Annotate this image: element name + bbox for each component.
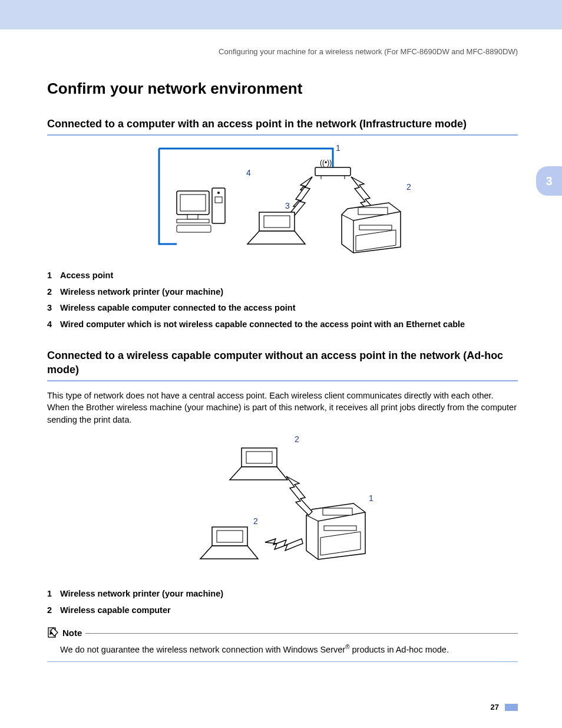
svg-text:((•)): ((•)) [320,159,332,167]
svg-rect-11 [177,225,211,232]
svg-rect-16 [217,531,243,542]
svg-rect-12 [264,216,290,228]
breadcrumb: Configuring your machine for a wireless … [47,47,518,56]
note-icon [47,627,59,638]
svg-rect-15 [246,452,272,463]
section1-heading: Connected to a computer with an access p… [47,117,518,136]
top-banner [0,0,562,29]
page-number: 27 [491,703,499,711]
svg-rect-18 [324,526,356,531]
section2-intro: This type of network does not have a cen… [47,390,518,426]
fig1-label-2: 2 [406,182,411,192]
svg-rect-0 [315,167,351,176]
legend-2: 1 Wireless network printer (your machine… [47,588,518,616]
svg-rect-14 [359,225,392,230]
svg-rect-5 [180,195,206,211]
svg-rect-6 [187,215,198,219]
fig2-label-2a: 2 [295,434,299,444]
fig1-label-3: 3 [285,201,290,210]
laptop-icon [247,212,305,244]
legend-item: 2 Wireless network printer (your machine… [47,286,518,298]
desktop-icon [177,188,225,232]
svg-rect-13 [358,207,388,215]
note-rule [85,633,518,634]
legend-1: 1 Access point 2 Wireless network printe… [47,270,518,330]
footer-mark [505,704,518,711]
legend-item: 3 Wireless capable computer connected to… [47,302,518,314]
page-content: Configuring your machine for a wireless … [0,29,562,662]
figure-infrastructure: ((•)) [47,144,518,258]
page-title: Confirm your network environment [47,80,518,98]
printer-icon [306,503,365,559]
fig2-label-2b: 2 [253,516,258,526]
fig1-label-1: 1 [336,144,340,153]
section2-heading: Connected to a wireless capable computer… [47,348,518,382]
svg-point-9 [217,192,220,194]
figure-adhoc: 2 2 1 [47,433,518,577]
legend-item: 2 Wireless capable computer [47,605,518,617]
note-block: Note We do not guarantee the wireless ne… [47,627,518,662]
footer: 27 [0,703,562,711]
fig2-label-1: 1 [369,493,373,503]
printer-icon [342,203,401,253]
legend-item: 1 Access point [47,270,518,282]
fig1-label-4: 4 [246,168,251,177]
note-label: Note [62,628,82,638]
laptop-icon [230,448,287,480]
legend-item: 1 Wireless network printer (your machine… [47,588,518,600]
svg-rect-17 [323,508,352,515]
laptop-icon [200,527,258,559]
legend-item: 4 Wired computer which is not wireless c… [47,319,518,331]
note-body: We do not guarantee the wireless network… [47,638,518,662]
svg-rect-7 [177,219,209,223]
